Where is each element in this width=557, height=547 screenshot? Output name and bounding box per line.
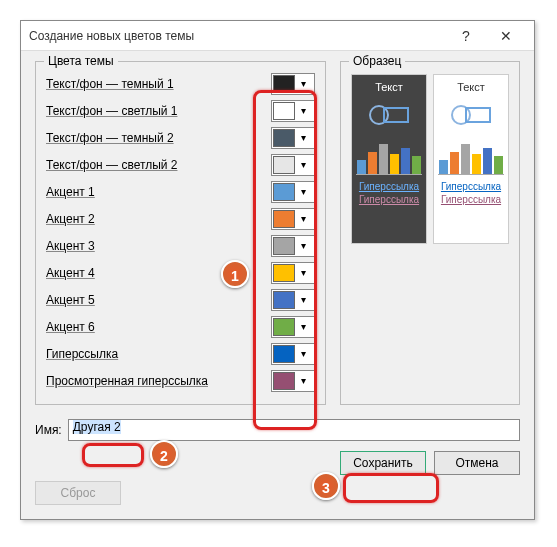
titlebar: Создание новых цветов темы ? ✕ bbox=[21, 21, 534, 51]
color-label[interactable]: Просмотренная гиперссылка bbox=[46, 374, 271, 388]
color-label[interactable]: Акцент 1 bbox=[46, 185, 271, 199]
color-row: Акцент 2▾ bbox=[46, 205, 315, 232]
color-picker-button[interactable]: ▾ bbox=[271, 370, 315, 392]
reset-button: Сброс bbox=[35, 481, 121, 505]
color-picker-button[interactable]: ▾ bbox=[271, 289, 315, 311]
color-swatch bbox=[273, 372, 295, 390]
chevron-down-icon: ▾ bbox=[295, 375, 311, 386]
color-label[interactable]: Текст/фон — темный 2 bbox=[46, 131, 271, 145]
color-swatch bbox=[273, 264, 295, 282]
color-label[interactable]: Текст/фон — темный 1 bbox=[46, 77, 271, 91]
color-row: Текст/фон — темный 2▾ bbox=[46, 124, 315, 151]
name-input[interactable]: Другая 2 bbox=[68, 419, 520, 441]
color-picker-button[interactable]: ▾ bbox=[271, 181, 315, 203]
color-row: Акцент 5▾ bbox=[46, 286, 315, 313]
chevron-down-icon: ▾ bbox=[295, 213, 311, 224]
sample-title: Образец bbox=[349, 54, 405, 68]
help-button[interactable]: ? bbox=[446, 22, 486, 50]
color-row: Акцент 6▾ bbox=[46, 313, 315, 340]
color-label[interactable]: Акцент 5 bbox=[46, 293, 271, 307]
color-picker-button[interactable]: ▾ bbox=[271, 127, 315, 149]
dialog-window: Создание новых цветов темы ? ✕ Цвета тем… bbox=[20, 20, 535, 520]
theme-colors-title: Цвета темы bbox=[44, 54, 118, 68]
color-swatch bbox=[273, 318, 295, 336]
color-swatch bbox=[273, 210, 295, 228]
chevron-down-icon: ▾ bbox=[295, 105, 311, 116]
color-picker-button[interactable]: ▾ bbox=[271, 343, 315, 365]
color-row: Просмотренная гиперссылка▾ bbox=[46, 367, 315, 394]
chevron-down-icon: ▾ bbox=[295, 294, 311, 305]
color-label[interactable]: Акцент 6 bbox=[46, 320, 271, 334]
color-swatch bbox=[273, 102, 295, 120]
save-button[interactable]: Сохранить bbox=[340, 451, 426, 475]
chevron-down-icon: ▾ bbox=[295, 348, 311, 359]
color-label[interactable]: Текст/фон — светлый 2 bbox=[46, 158, 271, 172]
color-picker-button[interactable]: ▾ bbox=[271, 154, 315, 176]
color-list: Текст/фон — темный 1▾Текст/фон — светлый… bbox=[46, 70, 315, 394]
dialog-title: Создание новых цветов темы bbox=[29, 29, 446, 43]
color-swatch bbox=[273, 156, 295, 174]
chevron-down-icon: ▾ bbox=[295, 78, 311, 89]
cancel-button[interactable]: Отмена bbox=[434, 451, 520, 475]
color-swatch bbox=[273, 183, 295, 201]
sample-hyperlink: Гиперссылка bbox=[438, 181, 504, 192]
name-label: Имя: bbox=[35, 423, 62, 437]
chevron-down-icon: ▾ bbox=[295, 159, 311, 170]
theme-colors-group: Цвета темы Текст/фон — темный 1▾Текст/фо… bbox=[35, 61, 326, 405]
color-row: Текст/фон — светлый 1▾ bbox=[46, 97, 315, 124]
color-row: Текст/фон — светлый 2▾ bbox=[46, 151, 315, 178]
color-label[interactable]: Акцент 2 bbox=[46, 212, 271, 226]
close-button[interactable]: ✕ bbox=[486, 22, 526, 50]
chevron-down-icon: ▾ bbox=[295, 132, 311, 143]
sample-dark: Текст Гиперссылка Гиперссылка bbox=[351, 74, 427, 244]
chevron-down-icon: ▾ bbox=[295, 267, 311, 278]
color-row: Акцент 4▾ bbox=[46, 259, 315, 286]
color-label[interactable]: Гиперссылка bbox=[46, 347, 271, 361]
color-swatch bbox=[273, 129, 295, 147]
name-row: Имя: Другая 2 bbox=[35, 419, 520, 441]
color-swatch bbox=[273, 75, 295, 93]
color-picker-button[interactable]: ▾ bbox=[271, 73, 315, 95]
chevron-down-icon: ▾ bbox=[295, 186, 311, 197]
color-picker-button[interactable]: ▾ bbox=[271, 316, 315, 338]
color-label[interactable]: Текст/фон — светлый 1 bbox=[46, 104, 271, 118]
sample-light: Текст Гиперссылка Гиперссылка bbox=[433, 74, 509, 244]
sample-hyperlink: Гиперссылка bbox=[356, 181, 422, 192]
color-swatch bbox=[273, 345, 295, 363]
color-swatch bbox=[273, 237, 295, 255]
color-label[interactable]: Акцент 4 bbox=[46, 266, 271, 280]
sample-visited: Гиперссылка bbox=[356, 194, 422, 205]
color-swatch bbox=[273, 291, 295, 309]
chevron-down-icon: ▾ bbox=[295, 321, 311, 332]
sample-group: Образец Текст Гиперссылка bbox=[340, 61, 520, 405]
chevron-down-icon: ▾ bbox=[295, 240, 311, 251]
sample-text-label: Текст bbox=[438, 81, 504, 93]
color-picker-button[interactable]: ▾ bbox=[271, 208, 315, 230]
sample-text-label: Текст bbox=[356, 81, 422, 93]
color-picker-button[interactable]: ▾ bbox=[271, 100, 315, 122]
color-row: Текст/фон — темный 1▾ bbox=[46, 70, 315, 97]
color-picker-button[interactable]: ▾ bbox=[271, 262, 315, 284]
color-picker-button[interactable]: ▾ bbox=[271, 235, 315, 257]
dialog-content: Цвета темы Текст/фон — темный 1▾Текст/фо… bbox=[21, 51, 534, 485]
color-row: Акцент 3▾ bbox=[46, 232, 315, 259]
color-row: Гиперссылка▾ bbox=[46, 340, 315, 367]
color-row: Акцент 1▾ bbox=[46, 178, 315, 205]
color-label[interactable]: Акцент 3 bbox=[46, 239, 271, 253]
sample-visited: Гиперссылка bbox=[438, 194, 504, 205]
